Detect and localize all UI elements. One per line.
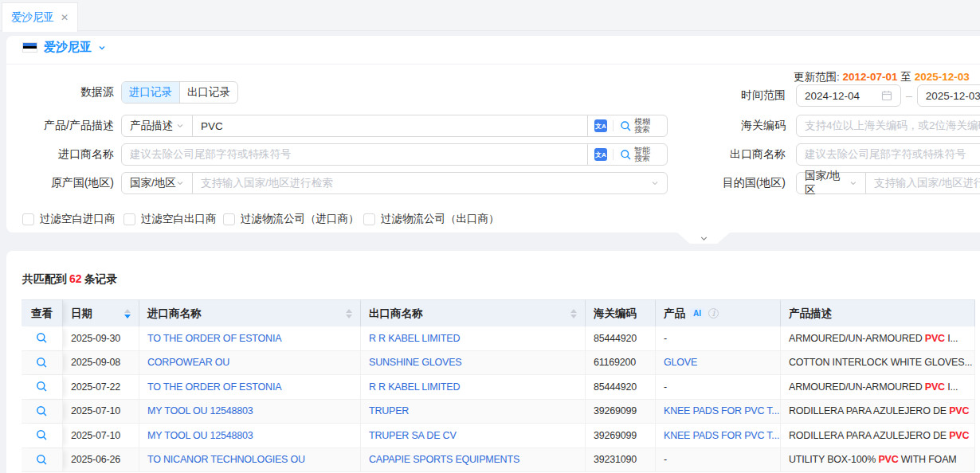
date-end-value: 2025-12-03 bbox=[926, 90, 980, 102]
country-header[interactable]: 爱沙尼亚 bbox=[22, 40, 106, 55]
destination-select-value: 国家/地区 bbox=[805, 169, 849, 197]
chevron-down-icon bbox=[98, 44, 106, 52]
checkbox-box[interactable] bbox=[123, 213, 135, 225]
translate-icon[interactable]: 文A bbox=[594, 119, 607, 132]
importer-cell: TO THE ORDER OF ESTONIA bbox=[139, 326, 361, 350]
collapse-panel-button[interactable] bbox=[677, 233, 730, 244]
fuzzy-search-button[interactable]: 文A 模糊搜索 bbox=[587, 115, 668, 137]
destination-input[interactable]: 支持输入国家/地区进行检索 bbox=[865, 172, 980, 194]
origin-select[interactable]: 国家/地区 bbox=[121, 172, 193, 194]
checkbox-label: 过滤物流公司（出口商） bbox=[381, 212, 500, 226]
sort-icons[interactable] bbox=[570, 309, 577, 319]
importer-link[interactable]: CORPOWEAR OU bbox=[147, 357, 229, 368]
checkbox-box[interactable] bbox=[223, 213, 235, 225]
product-text[interactable]: GLOVE bbox=[664, 357, 697, 368]
hs-code-placeholder: 支持4位以上海关编码，或2位海关编码加上 bbox=[805, 119, 980, 133]
importer-link[interactable]: MY TOOL OU 12548803 bbox=[147, 405, 253, 416]
addon-divider bbox=[613, 120, 613, 131]
hs-code-cell: 85444920 bbox=[586, 326, 656, 350]
date-cell: 2025-07-22 bbox=[63, 375, 139, 399]
summary-prefix: 共匹配到 bbox=[22, 272, 67, 285]
desc-pre: ARMOURED/UN-ARMOURED bbox=[789, 333, 925, 344]
view-magnifier-icon[interactable] bbox=[36, 357, 48, 369]
origin-placeholder: 支持输入国家/地区进行检索 bbox=[201, 176, 333, 190]
product-type-value: 产品描述 bbox=[130, 119, 173, 133]
desc-text: RODILLERA PARA AZULEJERO DE PVC bbox=[789, 430, 969, 441]
destination-label: 目的国(地区) bbox=[717, 176, 796, 190]
tab-close-icon[interactable]: ✕ bbox=[61, 13, 69, 22]
destination-select[interactable]: 国家/地区 bbox=[796, 172, 866, 194]
sort-icons[interactable] bbox=[346, 309, 352, 319]
importer-link[interactable]: TO THE ORDER OF ESTONIA bbox=[147, 333, 281, 344]
translate-icon[interactable]: 文A bbox=[594, 148, 607, 161]
exporter-link[interactable]: TRUPER bbox=[369, 405, 409, 416]
view-cell bbox=[22, 400, 63, 424]
product-text: - bbox=[664, 333, 667, 344]
desc-text: UTILITY BOX-100% PVC WITH FOAM bbox=[789, 454, 957, 465]
product-text[interactable]: KNEE PADS FOR PVC T... bbox=[664, 430, 779, 441]
update-range-to-word: 至 bbox=[900, 71, 911, 83]
importer-link[interactable]: TO THE ORDER OF ESTONIA bbox=[147, 381, 281, 393]
product-text[interactable]: KNEE PADS FOR PVC T... bbox=[664, 405, 779, 416]
country-name: 爱沙尼亚 bbox=[44, 40, 92, 55]
info-icon[interactable]: i bbox=[708, 308, 719, 319]
col-exporter[interactable]: 出口商名称 bbox=[361, 300, 586, 326]
origin-label: 原产国(地区) bbox=[0, 176, 121, 190]
view-magnifier-icon[interactable] bbox=[36, 405, 48, 417]
view-magnifier-icon[interactable] bbox=[36, 454, 48, 466]
tab-estonia[interactable]: 爱沙尼亚 ✕ bbox=[2, 2, 78, 32]
exporter-link[interactable]: CAPAPIE SPORTS EQUIPMENTS bbox=[369, 454, 519, 465]
importer-input[interactable]: 建议去除公司尾部字符或特殊符号 bbox=[121, 143, 588, 166]
sort-icons[interactable] bbox=[124, 309, 131, 319]
chevron-down-icon bbox=[651, 179, 659, 187]
filter-checkbox[interactable]: 过滤空白出口商 bbox=[123, 212, 217, 226]
update-range-label: 更新范围: bbox=[794, 71, 840, 83]
date-end-input[interactable]: 2025-12-03 bbox=[917, 84, 980, 107]
datasource-import-option[interactable]: 进口记录 bbox=[122, 82, 179, 103]
smart-search-button[interactable]: 文A 智能搜索 bbox=[587, 143, 668, 166]
hs-code-cell: 85444920 bbox=[586, 375, 656, 399]
exporter-link[interactable]: R R KABEL LIMITED bbox=[369, 333, 460, 344]
checkbox-box[interactable] bbox=[363, 213, 375, 225]
col-importer[interactable]: 进口商名称 bbox=[139, 300, 361, 326]
filter-checkbox[interactable]: 过滤空白进口商 bbox=[22, 212, 116, 226]
product-desc-cell: COTTON INTERLOCK WHITE GLOVES... bbox=[781, 351, 974, 375]
product-cell: - bbox=[656, 326, 781, 350]
exporter-link[interactable]: TRUPER SA DE CV bbox=[369, 430, 457, 441]
product-cell: - bbox=[656, 375, 781, 399]
product-desc-cell: UTILITY BOX-100% PVC WITH FOAM bbox=[781, 448, 974, 472]
exporter-link[interactable]: R R KABEL LIMITED bbox=[369, 381, 460, 393]
importer-link[interactable]: TO NICANOR TECHNOLOGIES OU bbox=[147, 454, 305, 465]
desc-pre: RODILLERA PARA AZULEJERO DE bbox=[789, 405, 949, 416]
product-row: 产品/产品描述 产品描述 PVC 文A 模糊搜索 bbox=[0, 115, 668, 137]
origin-input[interactable]: 支持输入国家/地区进行检索 bbox=[192, 172, 668, 194]
product-type-select[interactable]: 产品描述 bbox=[121, 115, 193, 137]
view-magnifier-icon[interactable] bbox=[36, 429, 48, 441]
header-divider bbox=[6, 64, 980, 64]
datasource-export-option[interactable]: 出口记录 bbox=[179, 82, 237, 103]
date-cell: 2025-09-08 bbox=[63, 351, 139, 375]
filter-checkbox[interactable]: 过滤物流公司（进口商） bbox=[223, 212, 359, 226]
table-row: 2025-09-30 TO THE ORDER OF ESTONIA R R K… bbox=[22, 326, 974, 351]
exporter-link[interactable]: SUNSHINE GLOVES bbox=[369, 357, 461, 368]
exporter-cell: CAPAPIE SPORTS EQUIPMENTS bbox=[361, 448, 586, 472]
checkbox-label: 过滤空白进口商 bbox=[40, 212, 116, 226]
desc-post: I... bbox=[945, 333, 958, 344]
hs-code-label: 海关编码 bbox=[717, 119, 796, 133]
filter-checkbox[interactable]: 过滤物流公司（出口商） bbox=[363, 212, 500, 226]
hs-code-input[interactable]: 支持4位以上海关编码，或2位海关编码加上 bbox=[796, 115, 980, 137]
importer-link[interactable]: MY TOOL OU 12548803 bbox=[147, 430, 253, 441]
col-view: 查看 bbox=[22, 300, 63, 326]
exporter-input[interactable]: 建议去除公司尾部字符或特殊符号 bbox=[796, 143, 980, 166]
view-magnifier-icon[interactable] bbox=[36, 332, 48, 344]
exporter-cell: R R KABEL LIMITED bbox=[361, 375, 586, 399]
product-input[interactable]: PVC bbox=[192, 115, 588, 137]
desc-highlight: PVC bbox=[949, 405, 969, 416]
col-date[interactable]: 日期 bbox=[63, 300, 139, 326]
ai-badge: AI bbox=[690, 308, 704, 319]
results-summary: 共匹配到62条记录 bbox=[22, 272, 118, 287]
date-start-input[interactable]: 2024-12-04 bbox=[796, 84, 901, 107]
checkbox-box[interactable] bbox=[22, 213, 34, 225]
view-magnifier-icon[interactable] bbox=[36, 381, 48, 393]
datasource-row: 数据源 进口记录 出口记录 bbox=[0, 81, 238, 104]
